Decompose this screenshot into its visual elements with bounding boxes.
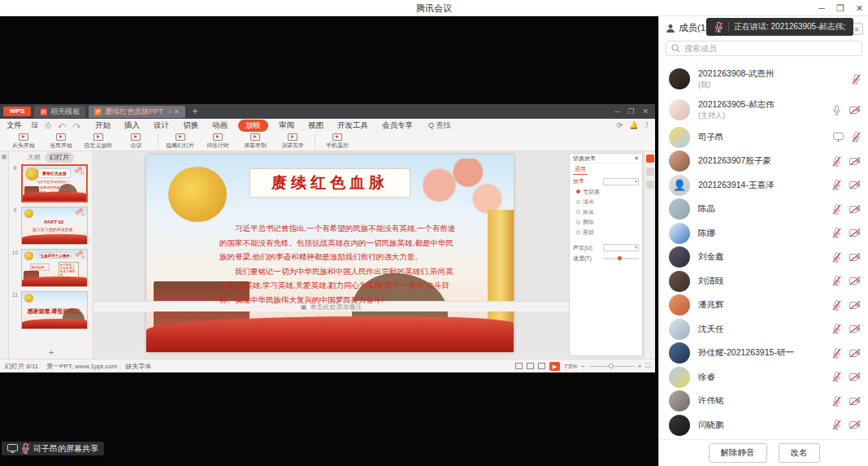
ribbon-tool-当页开始[interactable]: 当页开始: [42, 133, 80, 150]
slide-thumbnail-11[interactable]: 11感谢观看,请批评指正: [9, 291, 93, 329]
zoom-percentage[interactable]: 73%: [564, 363, 577, 370]
member-row[interactable]: 2021263908-武恩州(我): [659, 63, 868, 94]
play-slideshow-button[interactable]: ▶: [549, 362, 560, 371]
menu-item-视图[interactable]: 视图: [305, 120, 327, 132]
camera-off-icon[interactable]: [849, 253, 861, 262]
member-row[interactable]: 司子昂: [659, 125, 868, 150]
mic-muted-icon[interactable]: [832, 420, 841, 430]
add-slide-button[interactable]: +: [9, 347, 93, 357]
member-row[interactable]: 👤2021263914-王嘉泽: [659, 173, 868, 198]
camera-off-icon[interactable]: [849, 420, 861, 429]
rename-button[interactable]: 改名: [779, 443, 820, 463]
menu-item-审阅[interactable]: 审阅: [276, 120, 297, 132]
member-row[interactable]: 徐睿: [659, 365, 868, 390]
mic-muted-icon[interactable]: [832, 204, 841, 215]
member-row[interactable]: 刘金鑫: [659, 246, 868, 270]
ribbon-tool-演讲实录[interactable]: 演讲实录: [274, 133, 311, 150]
zoom-out-icon[interactable]: −: [581, 363, 585, 370]
find-command[interactable]: Q 查找: [428, 120, 451, 131]
sound-dropdown[interactable]: [603, 244, 639, 251]
mic-muted-icon[interactable]: [832, 276, 841, 286]
ribbon-tool-会议[interactable]: 会议: [117, 133, 154, 150]
outline-tab[interactable]: 大纲: [28, 153, 41, 162]
wps-close-icon[interactable]: ✕: [642, 107, 649, 115]
mic-muted-icon[interactable]: [832, 180, 841, 190]
member-row[interactable]: 2021263905-郝志伟(主持人): [659, 94, 868, 125]
mic-muted-icon[interactable]: [832, 252, 841, 263]
member-row[interactable]: 2021263907殷子豪: [659, 150, 868, 174]
rail-transition-icon[interactable]: [646, 155, 654, 163]
ribbon-tool-自定义放映[interactable]: 自定义放映: [80, 133, 117, 150]
mic-muted-icon[interactable]: [832, 324, 841, 334]
menu-item-放映[interactable]: 放映: [238, 120, 268, 132]
member-row[interactable]: 许伟铭: [659, 390, 868, 414]
screen-share-icon[interactable]: [833, 133, 844, 142]
fullscreen-icon[interactable]: ⛶: [645, 362, 650, 370]
rail-animation-icon[interactable]: [646, 168, 654, 176]
tab-template-store[interactable]: 稻 稻壳模板: [34, 106, 85, 118]
normal-view-icon[interactable]: [515, 363, 523, 369]
camera-off-icon[interactable]: [849, 372, 861, 381]
task-pane-close-icon[interactable]: ✕: [634, 155, 639, 162]
mic-muted-icon[interactable]: [832, 396, 841, 407]
mic-muted-icon[interactable]: [832, 372, 841, 382]
menu-item-动画[interactable]: 动画: [209, 120, 231, 132]
minimize-button[interactable]: ─: [818, 2, 825, 15]
maximize-button[interactable]: ❐: [836, 2, 844, 15]
menu-item-插入[interactable]: 插入: [121, 120, 143, 132]
left-collapse-rail[interactable]: ▦: [0, 151, 9, 359]
camera-off-icon[interactable]: [849, 301, 861, 310]
member-row[interactable]: 孙佳耀-2021263915-研一: [659, 342, 868, 366]
zoom-in-icon[interactable]: +: [638, 363, 642, 370]
tab-close-icon[interactable]: ○ ✕: [168, 108, 180, 115]
unmute-button[interactable]: 解除静音: [709, 443, 767, 463]
current-slide[interactable]: 赓续红色血脉 习近平总书记曾指出,一个有希望的民族不能没有英雄,一个有前途的国家…: [146, 155, 514, 352]
camera-off-icon[interactable]: [849, 277, 861, 285]
slide-thumbnail-9[interactable]: 9PART 02深入学习党的革命历史: [9, 207, 93, 245]
member-row[interactable]: 陈娜: [659, 221, 868, 246]
camera-off-icon[interactable]: [849, 205, 861, 214]
menu-item-设计[interactable]: 设计: [150, 120, 172, 132]
sorter-view-icon[interactable]: [527, 363, 534, 369]
transition-option-推出[interactable]: 推出: [570, 206, 642, 216]
menu-item-开发工具[interactable]: 开发工具: [334, 120, 371, 132]
close-button[interactable]: ✕: [856, 2, 863, 15]
slide-thumbnail-10[interactable]: 10弘扬爱国主义精神英雄精神学习英雄 崇尚英雄 捍卫英雄 关爱英雄: [9, 249, 93, 287]
rail-properties-icon[interactable]: [646, 181, 654, 189]
member-row[interactable]: 陈晶: [659, 198, 868, 222]
member-row[interactable]: 刘清颐: [659, 269, 868, 294]
mic-on-icon[interactable]: [832, 105, 841, 115]
search-members-input[interactable]: 搜索成员: [666, 41, 862, 56]
transition-option-淡出[interactable]: 淡出: [570, 196, 642, 207]
member-row[interactable]: 闫晓鹏: [659, 413, 868, 438]
speed-slider[interactable]: [603, 258, 639, 259]
camera-off-icon[interactable]: [849, 324, 861, 333]
camera-off-icon[interactable]: [849, 349, 861, 358]
wps-minimize-icon[interactable]: ─: [614, 107, 619, 115]
new-tab-button[interactable]: +: [189, 106, 202, 117]
slides-tab[interactable]: 幻灯片: [45, 152, 74, 163]
member-row[interactable]: 潘兆辉: [659, 294, 868, 318]
menu-item-开始[interactable]: 开始: [92, 120, 114, 132]
menu-item-切换[interactable]: 切换: [180, 120, 202, 132]
file-menu[interactable]: 文件: [7, 120, 22, 131]
camera-off-icon[interactable]: [849, 157, 861, 166]
transition-option-无切换[interactable]: 无切换: [570, 185, 642, 196]
mic-muted-icon[interactable]: [832, 300, 841, 311]
mic-muted-icon[interactable]: [852, 132, 861, 142]
wps-home-button[interactable]: WPS: [3, 107, 31, 116]
slide-thumbnail-8[interactable]: 8赓续红色血脉习近平总书记曾指出,一个有希望的民族不能没有英雄,一个有前途的国家…: [9, 164, 93, 203]
screen-share-indicator[interactable]: 司子昂的屏幕共享: [2, 442, 104, 455]
wps-maximize-icon[interactable]: ❐: [627, 107, 634, 115]
task-pane-tab[interactable]: 通用: [573, 163, 588, 175]
camera-off-icon[interactable]: [849, 397, 861, 406]
camera-off-icon[interactable]: [849, 181, 861, 189]
member-row[interactable]: 沈天任: [659, 317, 868, 342]
transition-option-擦除[interactable]: 擦除: [570, 216, 642, 227]
share-icon[interactable]: ⤴: [645, 121, 649, 129]
mic-muted-icon[interactable]: [832, 228, 841, 238]
camera-off-icon[interactable]: [849, 229, 861, 237]
ribbon-tool-排练计时[interactable]: 排练计时: [199, 133, 237, 150]
quick-access-icons[interactable]: 🖫 ⎙ ↶ ↷: [31, 121, 83, 130]
menu-item-会员专享[interactable]: 会员专享: [379, 120, 416, 132]
